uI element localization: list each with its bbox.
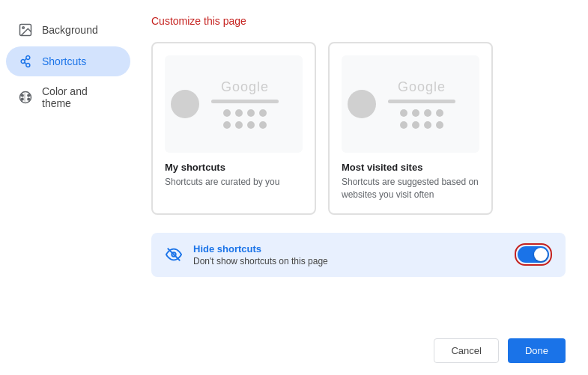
dot [235,109,243,117]
svg-point-2 [21,60,25,64]
cancel-button[interactable]: Cancel [434,338,498,363]
toggle-knob [534,248,548,261]
sidebar-item-color-theme[interactable]: Color and theme [6,78,130,117]
toggle-border [515,243,552,266]
hide-shortcuts-desc: Don't show shortcuts on this page [193,256,504,266]
hide-shortcuts-row: Hide shortcuts Don't show shortcuts on t… [151,233,566,277]
my-shortcuts-preview: Google [165,55,303,153]
sidebar-item-shortcuts[interactable]: Shortcuts [6,46,130,76]
svg-line-5 [25,58,26,61]
dot [223,121,231,129]
shortcuts-icon [18,54,33,69]
hide-eye-icon [165,246,183,263]
main-content: Customize this page Google [136,15,588,331]
preview-content-right: Google [388,79,455,129]
svg-point-8 [22,94,24,97]
hide-shortcuts-text: Hide shortcuts Don't show shortcuts on t… [193,243,504,266]
sidebar-label-background: Background [42,24,98,36]
dot [424,109,431,117]
sidebar: Background Shortcuts [0,15,136,331]
my-shortcuts-card[interactable]: Google [151,42,316,215]
background-icon [18,22,33,37]
preview-dots-row-2 [223,121,267,129]
dot [424,121,431,129]
preview-dots-row-1 [223,109,267,117]
preview-content-left: Google [211,79,279,129]
svg-point-11 [28,98,30,100]
dot [259,121,267,129]
dot [412,109,419,117]
most-visited-preview: Google [342,55,479,153]
svg-point-4 [26,64,30,67]
dot [223,109,231,117]
hide-shortcuts-title: Hide shortcuts [193,243,504,254]
svg-point-3 [26,56,30,60]
dot [400,109,407,117]
svg-point-10 [22,98,24,100]
toggle-wrapper [515,243,552,266]
options-row: Google [151,42,566,215]
sidebar-label-shortcuts: Shortcuts [42,55,86,67]
preview-google-text-left: Google [221,79,269,95]
preview-dots-row-3 [400,109,443,117]
done-button[interactable]: Done [508,338,566,363]
dot [247,109,255,117]
preview-avatar-left [171,90,199,118]
svg-point-1 [22,27,24,29]
my-shortcuts-label: My shortcuts [165,162,303,173]
sidebar-item-background[interactable]: Background [6,15,130,45]
dot [436,121,443,129]
preview-dots-row-4 [400,121,443,129]
dot [235,121,243,129]
dot [436,109,443,117]
preview-bar-left [211,100,279,103]
dot [400,121,407,129]
preview-bar-right [388,100,455,103]
most-visited-label: Most visited sites [342,162,479,173]
dot [412,121,419,129]
most-visited-card[interactable]: Google [328,42,493,215]
sidebar-label-color-theme: Color and theme [42,85,118,109]
dot [247,121,255,129]
preview-avatar-right [348,90,376,118]
preview-google-text-right: Google [398,79,446,95]
svg-line-6 [25,62,26,64]
svg-point-9 [28,94,30,97]
footer: Cancel Done [0,331,588,375]
page-title: Customize this page [151,15,566,27]
color-theme-icon [18,90,33,105]
hide-shortcuts-toggle[interactable] [518,246,549,263]
most-visited-desc: Shortcuts are suggested based on website… [342,176,479,201]
my-shortcuts-desc: Shortcuts are curated by you [165,176,303,189]
dot [259,109,267,117]
